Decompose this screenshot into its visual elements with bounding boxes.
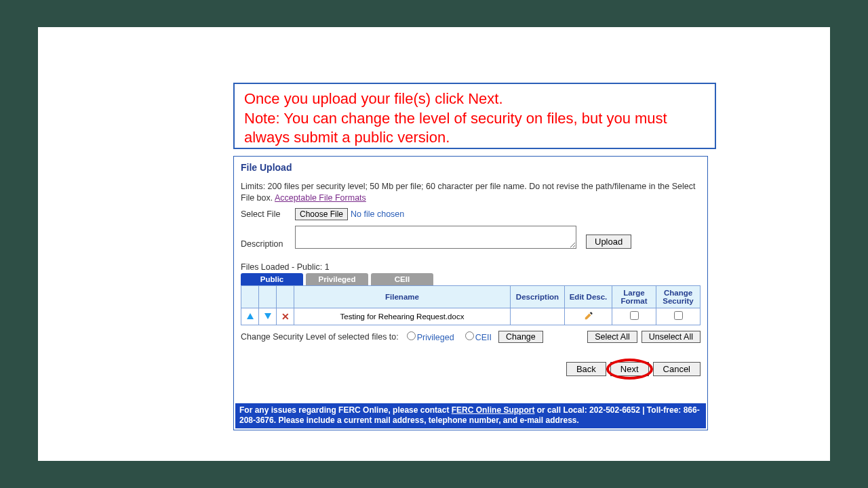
security-tabs: Public Privileged CEII [234, 273, 707, 285]
col-filename: Filename [294, 285, 511, 308]
acceptable-formats-link[interactable]: Acceptable File Formats [275, 193, 366, 203]
upload-button[interactable]: Upload [586, 235, 631, 249]
no-file-chosen-text: No file chosen [351, 209, 404, 219]
next-button[interactable]: Next [610, 362, 649, 376]
callout-line2: Note: You can change the level of securi… [244, 109, 705, 148]
select-all-button[interactable]: Select All [587, 331, 637, 343]
footer-text1: For any issues regarding FERC Online, pl… [239, 405, 452, 415]
change-button[interactable]: Change [498, 331, 543, 343]
back-button[interactable]: Back [566, 362, 606, 376]
footer-bar: For any issues regarding FERC Online, pl… [235, 403, 706, 428]
tab-public[interactable]: Public [241, 273, 303, 285]
col-delete [277, 285, 294, 308]
instruction-callout: Once you upload your file(s) click Next.… [233, 83, 716, 149]
section-title: File Upload [234, 157, 707, 176]
cell-description [511, 308, 565, 325]
files-table: Filename Description Edit Desc. Large Fo… [241, 285, 701, 325]
col-move-up [241, 285, 259, 308]
move-up-icon[interactable] [247, 313, 254, 319]
slide-card: Once you upload your file(s) click Next.… [38, 27, 830, 461]
delete-icon[interactable]: ✕ [281, 311, 290, 322]
radio-privileged[interactable] [407, 331, 416, 340]
col-change-security: Change Security [656, 285, 701, 308]
description-label: Description [241, 239, 295, 249]
choose-file-button[interactable]: Choose File [295, 208, 348, 220]
pencil-icon[interactable] [584, 311, 593, 322]
files-loaded-label: Files Loaded - Public: 1 [234, 251, 707, 273]
col-description: Description [511, 285, 565, 308]
cancel-button[interactable]: Cancel [653, 362, 701, 376]
description-input[interactable] [295, 226, 576, 249]
col-large-format: Large Format [612, 285, 656, 308]
change-security-checkbox[interactable] [674, 311, 683, 320]
move-down-icon[interactable] [264, 313, 271, 319]
col-edit-desc: Edit Desc. [565, 285, 612, 308]
nav-row: Back Next Cancel [234, 346, 707, 403]
callout-line1: Once you upload your file(s) click Next. [244, 89, 705, 109]
tab-ceii[interactable]: CEII [371, 273, 433, 285]
unselect-all-button[interactable]: Unselect All [642, 331, 701, 343]
footer-support-link[interactable]: FERC Online Support [452, 405, 535, 415]
tab-privileged[interactable]: Privileged [306, 273, 368, 285]
radio-privileged-wrapper[interactable]: Privileged [403, 331, 457, 342]
radio-ceii[interactable] [465, 331, 474, 340]
cell-filename: Testing for Rehearing Request.docx [294, 308, 511, 325]
large-format-checkbox[interactable] [630, 311, 639, 320]
select-file-label: Select File [241, 209, 295, 219]
radio-privileged-label: Privileged [417, 333, 454, 342]
col-move-down [259, 285, 277, 308]
radio-ceii-label: CEII [475, 333, 492, 342]
radio-ceii-wrapper[interactable]: CEII [461, 331, 494, 342]
change-security-label: Change Security Level of selected files … [241, 332, 399, 342]
limits-text: Limits: 200 files per security level; 50… [234, 176, 707, 205]
file-upload-panel: File Upload Limits: 200 files per securi… [233, 156, 708, 430]
table-row: ✕ Testing for Rehearing Request.docx [241, 308, 701, 325]
